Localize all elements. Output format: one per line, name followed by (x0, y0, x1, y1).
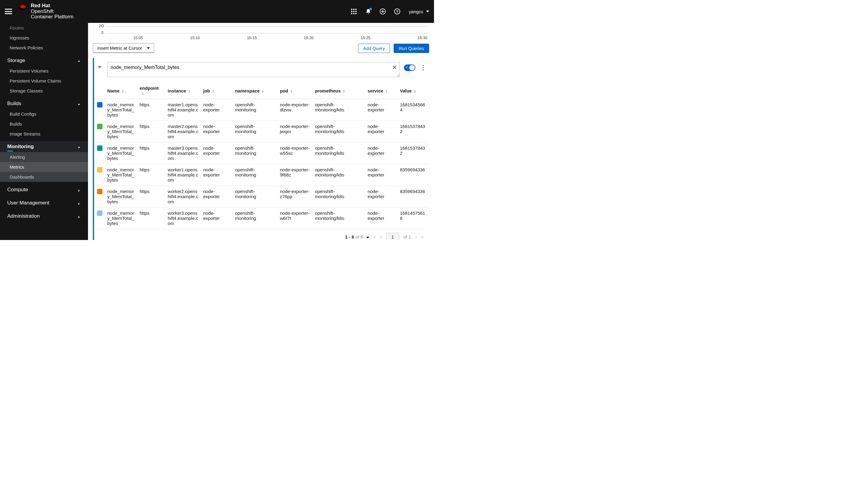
product-logo: Red Hat OpenShift Container Platform (18, 3, 73, 20)
sort-icon[interactable]: ▲▼ (413, 90, 416, 93)
hamburger-menu-button[interactable] (5, 8, 12, 15)
sort-icon[interactable]: ▲▼ (342, 90, 345, 93)
sidebar-item-builds[interactable]: Builds (0, 119, 88, 129)
cell-instance: worker2.openshift4.example.com (165, 186, 201, 207)
sidebar-item-build-configs[interactable]: Build Configs (0, 109, 88, 119)
th-value[interactable]: Value▲▼ (398, 82, 429, 99)
sidebar-section-storage[interactable]: Storage (0, 55, 88, 66)
sort-icon[interactable]: ▲▼ (141, 92, 144, 96)
sidebar-section-user-management[interactable]: User Management (0, 198, 88, 208)
sidebar-item-image-streams[interactable]: Image Streams (0, 129, 88, 139)
svg-rect-4 (351, 11, 352, 12)
username-label: yangcs (409, 9, 423, 14)
th-endpoint[interactable]: endpoint▲▼ (137, 82, 165, 99)
th-job[interactable]: job▲▼ (201, 82, 233, 99)
cell-service: node-exporter (365, 121, 398, 142)
cell-value: 16815378432 (398, 142, 429, 164)
sidebar-item-ingresses[interactable]: Ingresses (0, 33, 88, 43)
th-pod[interactable]: pod▲▼ (278, 82, 313, 99)
svg-rect-5 (353, 11, 354, 12)
run-queries-button[interactable]: Run Queries (394, 44, 429, 53)
redhat-icon (18, 4, 28, 11)
cell-namespace: openshift-monitoring (233, 186, 278, 207)
sidebar-item-storage-classes[interactable]: Storage Classes (0, 86, 88, 96)
sort-icon[interactable]: ▲▼ (188, 90, 190, 93)
page-first-button[interactable]: « (373, 234, 376, 240)
sidebar-section-label: Monitoring (7, 144, 34, 150)
cell-name: node_memory_MemTotal_bytes (105, 121, 137, 142)
main-content: 2G 0 15:05 15:10 15:15 15:20 15:25 15:30… (88, 23, 434, 240)
x-tick: 15:10 (190, 36, 200, 40)
caret-down-icon (426, 10, 429, 12)
page-next-button[interactable]: › (415, 234, 417, 240)
sort-icon[interactable]: ▲▼ (385, 90, 388, 93)
sidebar-item-metrics[interactable]: Metrics (0, 162, 88, 172)
clear-query-icon[interactable]: ✕ (392, 64, 397, 71)
cell-pod: node-exporter-w55sc (278, 142, 313, 164)
th-namespace[interactable]: namespace▲▼ (233, 82, 278, 99)
plus-circle-icon[interactable] (380, 8, 386, 14)
help-icon[interactable]: ? (394, 8, 400, 14)
page-range: 1 - 6 (345, 234, 354, 239)
sort-icon[interactable]: ▲▼ (212, 90, 215, 93)
cell-service: node-exporter (365, 186, 398, 207)
cell-name: node_memory_MemTotal_bytes (105, 99, 137, 121)
th-instance[interactable]: instance▲▼ (165, 82, 201, 99)
cell-job: node-exporter (201, 142, 233, 164)
query-kebab-menu[interactable] (421, 64, 426, 71)
sidebar-section-monitoring[interactable]: Monitoring (0, 141, 88, 152)
collapse-icon[interactable] (96, 64, 103, 70)
cell-endpoint: https (137, 207, 165, 229)
results-table: Name▲▼ endpoint▲▼ instance▲▼ job▲▼ names… (94, 82, 429, 229)
dropdown-label: Insert Metric at Cursor (97, 45, 142, 50)
cell-prometheus: openshift-monitoring/k8s (313, 164, 365, 186)
sidebar-item-pv[interactable]: Persistent Volumes (0, 66, 88, 76)
sidebar-item-pvc[interactable]: Persistent Volume Claims (0, 76, 88, 86)
page-last-button[interactable]: » (421, 234, 424, 240)
cell-prometheus: openshift-monitoring/k8s (313, 186, 365, 207)
svg-rect-2 (353, 9, 354, 10)
add-query-button[interactable]: Add Query (358, 44, 390, 53)
bell-icon[interactable] (365, 8, 371, 14)
header: Red Hat OpenShift Container Platform ? y… (0, 0, 434, 23)
sidebar-section-label: User Management (7, 200, 50, 206)
sidebar-item-dashboards[interactable]: Dashboards (0, 172, 88, 182)
page-prev-button[interactable]: ‹ (380, 234, 381, 240)
th-name[interactable]: Name▲▼ (105, 82, 137, 99)
cell-endpoint: https (137, 121, 165, 142)
th-service[interactable]: service▲▼ (365, 82, 398, 99)
cell-service: node-exporter (365, 142, 398, 164)
sidebar-item-routes[interactable]: Routes (0, 23, 88, 33)
sidebar-item-network-policies[interactable]: Network Policies (0, 43, 88, 53)
sidebar-section-label: Compute (7, 187, 28, 193)
caret-down-icon[interactable] (366, 237, 369, 239)
cell-namespace: openshift-monitoring (233, 142, 278, 164)
sidebar-item-alerting[interactable]: Alerting (0, 152, 88, 162)
cell-pod: node-exporter-dlzvw (278, 99, 313, 121)
user-menu[interactable]: yangcs (409, 9, 429, 14)
sort-icon[interactable]: ▲▼ (121, 90, 124, 93)
y-tick-2g: 2G (99, 24, 123, 28)
x-tick: 15:05 (133, 36, 143, 40)
sidebar-section-compute[interactable]: Compute (0, 184, 88, 195)
page-number-input[interactable]: 1 (386, 233, 399, 240)
sidebar-section-label: Builds (7, 101, 21, 107)
apps-icon[interactable] (351, 8, 357, 14)
cell-endpoint: https (137, 164, 165, 186)
sort-icon[interactable]: ▲▼ (261, 90, 264, 93)
sidebar-section-builds[interactable]: Builds (0, 98, 88, 109)
sidebar-section-administration[interactable]: Administration (0, 211, 88, 221)
query-textarea[interactable] (107, 62, 400, 77)
cell-value: 8359694336 (398, 186, 429, 207)
insert-metric-dropdown[interactable]: Insert Metric at Cursor (93, 43, 154, 53)
sort-icon[interactable]: ▲▼ (290, 90, 293, 93)
notification-dot (370, 8, 372, 10)
cell-job: node-exporter (201, 207, 233, 229)
cell-instance: master2.openshift4.example.com (165, 121, 201, 142)
cell-value: 16815345664 (398, 99, 429, 121)
cell-namespace: openshift-monitoring (233, 121, 278, 142)
sidebar: Routes Ingresses Network Policies Storag… (0, 23, 88, 240)
cell-service: node-exporter (365, 207, 398, 229)
th-prometheus[interactable]: prometheus▲▼ (313, 82, 365, 99)
query-enabled-toggle[interactable] (404, 64, 415, 71)
